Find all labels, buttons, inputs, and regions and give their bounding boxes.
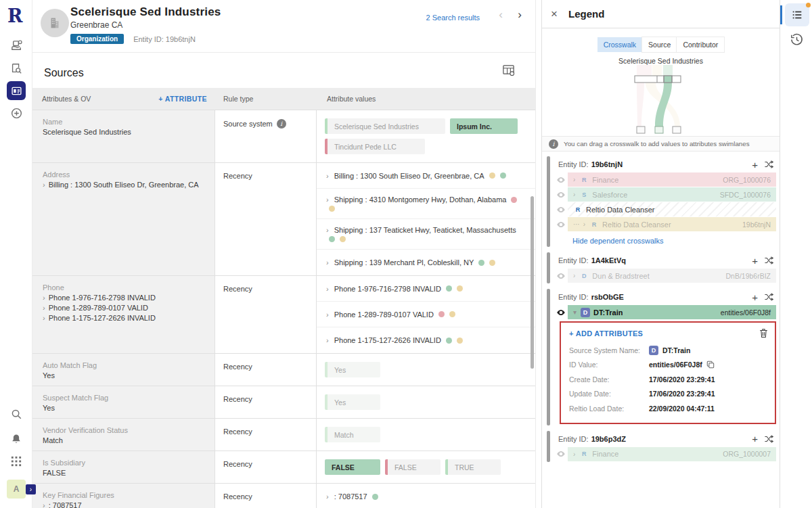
source-system-name: Finance bbox=[592, 176, 618, 184]
value-entry[interactable]: ›Phone 1-289-789-0107 VALID bbox=[317, 302, 535, 327]
rule-type: Recency bbox=[223, 428, 309, 436]
merge-crosswalk-icon[interactable] bbox=[764, 292, 773, 302]
expand-arrow-icon[interactable]: › bbox=[573, 191, 576, 198]
source-system-name: Dun & Bradstreet bbox=[592, 272, 649, 280]
info-icon[interactable]: i bbox=[277, 119, 286, 129]
value-entry[interactable]: ›Phone 1-976-716-2798 INVALID bbox=[317, 276, 535, 302]
expand-arrow-icon[interactable]: › bbox=[326, 226, 329, 234]
value-chip[interactable]: Yes bbox=[325, 362, 380, 377]
merge-crosswalk-icon[interactable] bbox=[764, 256, 773, 265]
entity-id: Entity ID: 19b6tnjN bbox=[133, 35, 196, 43]
crosswalk-row-body[interactable]: ⋯ ›RReltio Data Cleanser19b6tnjN bbox=[568, 217, 776, 231]
expand-arrow-icon[interactable]: › bbox=[43, 304, 45, 312]
close-icon[interactable]: × bbox=[551, 7, 564, 21]
add-crosswalk-icon[interactable]: + bbox=[752, 160, 758, 170]
crosswalk-row-body[interactable]: ›RFinanceORG_1000076 bbox=[568, 172, 776, 187]
expand-arrow-icon[interactable]: › bbox=[43, 314, 45, 322]
source-dot-green bbox=[329, 236, 335, 242]
value-chip[interactable]: FALSE bbox=[385, 459, 441, 475]
value-entry[interactable]: ›Phone 1-175-127-2626 INVALID bbox=[317, 327, 535, 353]
expand-arrow-icon[interactable]: › bbox=[326, 310, 329, 319]
expand-arrow-icon[interactable]: › bbox=[43, 181, 45, 189]
expand-arrow-icon[interactable]: › bbox=[326, 172, 329, 180]
apps-grid-icon[interactable] bbox=[7, 452, 26, 471]
tasks-icon[interactable] bbox=[7, 36, 26, 55]
main-scrollbar[interactable] bbox=[531, 196, 534, 369]
visibility-eye-icon[interactable] bbox=[554, 175, 568, 185]
user-avatar[interactable]: A bbox=[7, 480, 26, 499]
profile-icon[interactable] bbox=[7, 81, 26, 100]
add-crosswalk-icon[interactable]: + bbox=[752, 292, 758, 302]
search-records-icon[interactable] bbox=[7, 59, 26, 78]
crosswalk-row-body[interactable]: ▾DDT:Trainentities/06F0J8f bbox=[568, 305, 776, 319]
value-entry[interactable]: ›Shipping : 4310 Montgomery Hwy, Dothan,… bbox=[317, 189, 535, 219]
create-icon[interactable] bbox=[7, 103, 26, 122]
previous-result-icon[interactable]: ‹ bbox=[499, 8, 503, 22]
expand-arrow-icon[interactable]: › bbox=[573, 272, 576, 279]
search-results-link[interactable]: 2 Search results bbox=[426, 14, 480, 22]
expand-arrow-icon[interactable]: › bbox=[43, 294, 45, 302]
expand-arrow-icon[interactable]: › bbox=[326, 285, 329, 293]
crosswalk-row-body[interactable]: ›SSalesforceSFDC_1000076 bbox=[568, 187, 776, 202]
merge-crosswalk-icon[interactable] bbox=[764, 434, 773, 444]
visibility-eye-icon[interactable] bbox=[554, 449, 568, 459]
history-clock-icon[interactable] bbox=[790, 32, 804, 47]
expand-arrow-icon[interactable]: › bbox=[326, 492, 329, 501]
tab-source[interactable]: Source bbox=[642, 37, 677, 52]
hide-dependent-crosswalks-link[interactable]: Hide dependent crosswalks bbox=[572, 237, 664, 245]
value-entry[interactable]: ›Billing : 1300 South Eliseo Dr, Greenbr… bbox=[317, 163, 535, 189]
manage-columns-icon[interactable] bbox=[502, 64, 515, 76]
expand-arrow-icon[interactable]: › bbox=[326, 336, 329, 344]
add-crosswalk-icon[interactable]: + bbox=[752, 256, 758, 266]
copy-icon[interactable] bbox=[706, 361, 715, 369]
crosswalk-row-body[interactable]: ›RFinanceORG_1000007 bbox=[568, 447, 776, 461]
ov-value: ›Phone 1-289-789-0107 VALID bbox=[43, 304, 208, 312]
rule-type: Recency bbox=[223, 285, 309, 293]
value-chip[interactable]: TRUE bbox=[445, 459, 501, 475]
value-entry[interactable]: ›: 7087517 bbox=[317, 484, 535, 508]
entity-section: Entity ID:rsbObGE+▾DDT:Trainentities/06F… bbox=[547, 289, 776, 425]
visibility-eye-icon[interactable] bbox=[554, 190, 568, 200]
value-chip[interactable]: Match bbox=[325, 427, 380, 442]
value-chip[interactable]: Scelerisque Sed Industries bbox=[325, 118, 445, 134]
visibility-eye-icon[interactable] bbox=[554, 205, 568, 214]
expand-arrow-icon[interactable]: ▾ bbox=[573, 308, 577, 316]
expand-arrow-icon[interactable]: › bbox=[573, 176, 576, 183]
next-result-icon[interactable]: › bbox=[518, 8, 522, 22]
value-chip[interactable]: Ipsum Inc. bbox=[450, 118, 518, 134]
tab-contributor[interactable]: Contributor bbox=[677, 37, 724, 52]
notifications-bell-icon[interactable] bbox=[7, 430, 26, 448]
visibility-eye-icon[interactable] bbox=[554, 220, 568, 229]
section-swimlane-bar bbox=[547, 156, 550, 247]
expand-arrow-icon[interactable]: ⋯ › bbox=[573, 221, 586, 228]
legend-rail-icon[interactable] bbox=[785, 3, 809, 26]
visibility-eye-icon[interactable] bbox=[554, 271, 568, 281]
crosswalk-row-body[interactable]: RReltio Data Cleanser bbox=[568, 202, 776, 216]
delete-crosswalk-icon[interactable] bbox=[759, 328, 768, 338]
value-entry[interactable]: ›Shipping : 139 Merchant Pl, Cobleskill,… bbox=[317, 250, 535, 275]
value-chip[interactable]: FALSE bbox=[325, 459, 380, 475]
merge-crosswalk-icon[interactable] bbox=[764, 160, 773, 169]
crosswalk-row-body[interactable]: ›DDun & BradstreetDnB/19b6rBIZ bbox=[568, 269, 776, 283]
expand-arrow-icon[interactable]: › bbox=[326, 195, 329, 204]
source-system-name: Reltio Data Cleanser bbox=[586, 206, 655, 214]
add-attribute-button[interactable]: + ATTRIBUTE bbox=[158, 95, 207, 103]
detail-field-row: Create Date:17/06/2020 23:29:41 bbox=[569, 372, 768, 387]
source-system-name: DT:Train bbox=[593, 308, 623, 317]
search-icon[interactable] bbox=[7, 405, 26, 423]
add-attributes-button[interactable]: + ADD ATTRIBUTES bbox=[569, 329, 643, 338]
expand-sidebar-handle[interactable]: › bbox=[26, 484, 36, 494]
crosswalk-diagram-title: Scelerisque Sed Industries bbox=[542, 57, 780, 65]
value-chip[interactable]: Yes bbox=[325, 394, 380, 410]
detail-value-text: entities/06F0J8f bbox=[649, 361, 702, 369]
detail-field-label: Update Date: bbox=[569, 390, 649, 398]
crosswalk-sankey-diagram[interactable] bbox=[542, 65, 780, 134]
tab-crosswalk[interactable]: Crosswalk bbox=[597, 37, 642, 52]
expand-arrow-icon[interactable]: › bbox=[43, 501, 45, 508]
value-chip[interactable]: Tincidunt Pede LLC bbox=[325, 139, 425, 154]
expand-arrow-icon[interactable]: › bbox=[573, 451, 576, 458]
add-crosswalk-icon[interactable]: + bbox=[752, 434, 758, 444]
visibility-eye-icon[interactable] bbox=[554, 308, 568, 317]
value-entry[interactable]: ›Shipping : 137 Teaticket Hwy, Teaticket… bbox=[317, 219, 535, 250]
expand-arrow-icon[interactable]: › bbox=[326, 258, 329, 267]
